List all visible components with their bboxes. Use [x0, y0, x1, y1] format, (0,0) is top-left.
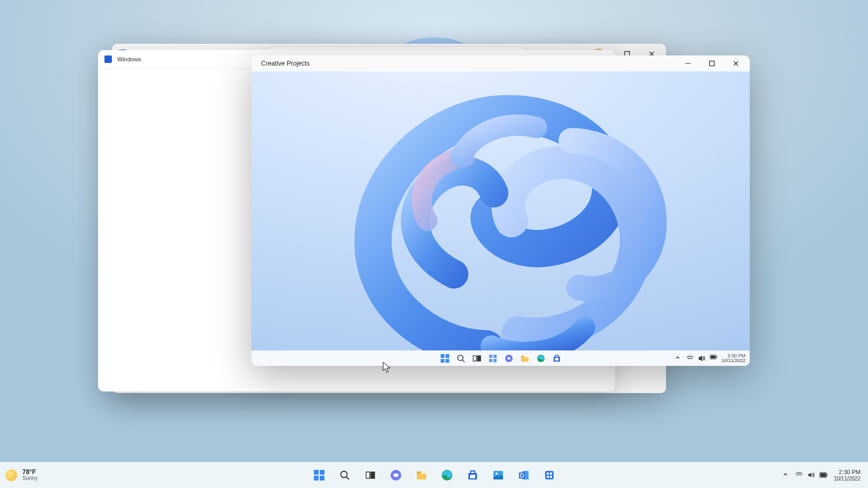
- widgets-button[interactable]: [488, 354, 498, 363]
- creative-projects-window[interactable]: Creative Projects: [252, 55, 750, 366]
- svg-rect-58: [821, 473, 826, 477]
- cursor-icon: [383, 362, 392, 373]
- photos-button[interactable]: [488, 465, 509, 486]
- svg-rect-30: [716, 356, 717, 358]
- taskbar-center: [309, 465, 560, 486]
- svg-point-36: [340, 471, 347, 478]
- secondary-title: Windows: [117, 56, 141, 62]
- svg-rect-33: [320, 470, 325, 475]
- start-button[interactable]: [309, 465, 330, 486]
- edge-button[interactable]: [536, 354, 546, 363]
- svg-rect-55: [550, 476, 552, 478]
- svg-rect-32: [314, 470, 319, 475]
- svg-point-16: [458, 355, 463, 361]
- weather-condition: Sunny: [22, 476, 37, 482]
- file-explorer-button[interactable]: [520, 354, 530, 363]
- search-button[interactable]: [334, 465, 355, 486]
- edge-button[interactable]: [436, 465, 458, 486]
- clock[interactable]: 2:30 PM 10/11/2022: [834, 469, 861, 481]
- chat-button[interactable]: [385, 465, 407, 486]
- maximize-button[interactable]: [700, 56, 724, 71]
- start-button[interactable]: [440, 354, 450, 363]
- svg-rect-53: [550, 473, 552, 475]
- svg-rect-13: [445, 354, 449, 358]
- svg-rect-45: [470, 475, 475, 478]
- wifi-icon[interactable]: [795, 471, 803, 480]
- svg-rect-15: [445, 359, 449, 363]
- svg-rect-20: [493, 355, 497, 358]
- task-view-button[interactable]: [360, 465, 381, 486]
- svg-rect-11: [709, 61, 714, 66]
- svg-rect-21: [489, 359, 492, 362]
- svg-point-47: [496, 473, 498, 475]
- sandbox-desktop[interactable]: [252, 71, 750, 351]
- task-view-button[interactable]: [472, 354, 482, 363]
- svg-rect-27: [555, 355, 558, 357]
- minimize-button[interactable]: [676, 56, 700, 71]
- secondary-app-icon: [104, 55, 112, 63]
- svg-point-40: [393, 474, 399, 477]
- weather-widget[interactable]: 78°F Sunny: [5, 469, 37, 481]
- svg-rect-34: [314, 476, 319, 481]
- battery-icon[interactable]: [820, 471, 828, 480]
- sandbox-taskbar[interactable]: 2:30 PM 10/11/2022: [252, 350, 750, 366]
- battery-icon[interactable]: [710, 355, 717, 362]
- svg-rect-35: [320, 476, 325, 481]
- svg-rect-22: [493, 359, 497, 362]
- svg-rect-41: [417, 471, 421, 474]
- sandbox-clock[interactable]: 2:30 PM 10/11/2022: [721, 354, 745, 364]
- wifi-icon[interactable]: [686, 355, 694, 362]
- svg-rect-31: [711, 356, 716, 358]
- svg-rect-57: [826, 474, 828, 476]
- tray-overflow-button[interactable]: [782, 471, 789, 479]
- svg-rect-24: [521, 356, 524, 357]
- search-button[interactable]: [456, 354, 466, 363]
- svg-rect-28: [555, 358, 558, 361]
- chat-button[interactable]: [504, 354, 514, 363]
- pinned-app-button[interactable]: [539, 465, 560, 486]
- weather-sun-icon: [5, 469, 17, 481]
- svg-rect-12: [441, 354, 444, 358]
- svg-rect-52: [547, 473, 549, 475]
- svg-rect-44: [470, 471, 475, 474]
- svg-rect-37: [366, 472, 370, 478]
- system-tray[interactable]: 2:30 PM 10/11/2022: [782, 469, 861, 481]
- svg-rect-17: [473, 356, 476, 361]
- svg-rect-54: [547, 476, 549, 478]
- store-button[interactable]: [462, 465, 483, 486]
- file-explorer-button[interactable]: [411, 465, 432, 486]
- svg-rect-38: [371, 472, 375, 478]
- creative-title: Creative Projects: [261, 60, 310, 67]
- svg-rect-19: [489, 355, 492, 358]
- svg-rect-18: [477, 356, 481, 361]
- volume-icon[interactable]: [807, 471, 815, 480]
- store-button[interactable]: [552, 354, 562, 363]
- taskbar[interactable]: 78°F Sunny 2:30 PM 10/11/2022: [0, 462, 868, 488]
- svg-rect-14: [441, 359, 444, 363]
- bloom-wallpaper-icon: [294, 71, 720, 351]
- close-button[interactable]: [724, 56, 748, 71]
- outlook-button[interactable]: [513, 465, 534, 486]
- creative-titlebar[interactable]: Creative Projects: [252, 55, 750, 72]
- svg-rect-51: [545, 471, 554, 479]
- volume-icon[interactable]: [698, 355, 705, 362]
- tray-overflow-button[interactable]: [675, 355, 682, 362]
